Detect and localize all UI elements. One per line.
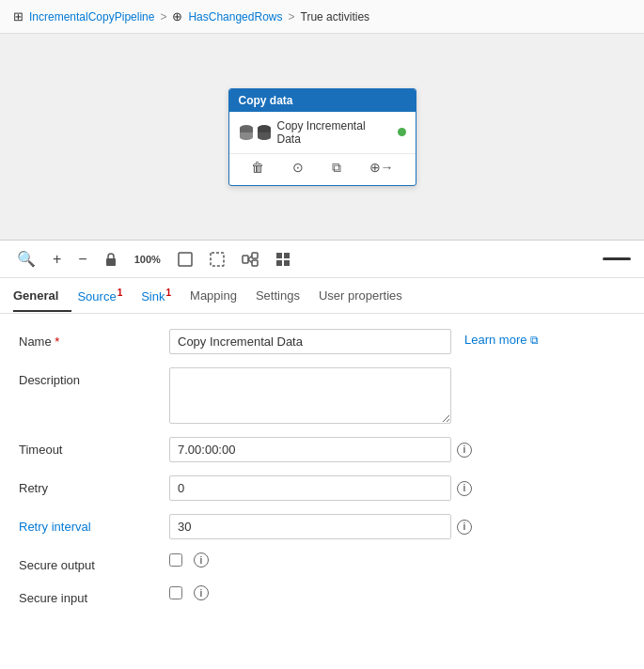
search-button[interactable]: 🔍: [13, 248, 39, 270]
svg-rect-11: [284, 253, 290, 258]
auto-layout-button[interactable]: [238, 250, 262, 269]
secure-output-checkbox[interactable]: [169, 553, 182, 567]
name-label: Name: [19, 329, 169, 349]
retry-row: Retry i: [19, 475, 625, 501]
retry-interval-row: Retry interval i: [19, 514, 625, 539]
description-input[interactable]: [169, 367, 451, 424]
delete-button[interactable]: 🗑: [247, 158, 268, 178]
lock-button[interactable]: [101, 250, 121, 269]
svg-rect-6: [252, 253, 258, 258]
pipeline-canvas[interactable]: Copy data Copy Incremental Data 🗑 ⊙ ⧉: [0, 34, 644, 241]
select-icon: [210, 252, 225, 267]
secure-input-group: i: [169, 585, 209, 600]
fit-window-icon: [178, 252, 193, 267]
status-dot: [398, 128, 406, 136]
learn-more-link[interactable]: Learn more ⧉: [464, 329, 539, 347]
zoom-out-button[interactable]: −: [74, 249, 90, 270]
secure-input-row: Secure input i: [19, 585, 625, 605]
retry-interval-label: Retry interval: [19, 514, 169, 534]
secure-output-info-icon[interactable]: i: [194, 552, 209, 568]
clone-button[interactable]: ⊙: [289, 158, 307, 178]
pipeline-icon: ⊞: [13, 9, 24, 23]
copy-icons: [239, 124, 272, 141]
svg-rect-3: [179, 253, 192, 266]
timeout-info-icon[interactable]: i: [457, 443, 472, 458]
underline-indicator: [603, 257, 631, 260]
breadcrumb-pipeline[interactable]: IncrementalCopyPipeline: [29, 10, 154, 23]
activity-icon: ⊕: [172, 9, 182, 23]
svg-rect-4: [211, 253, 224, 266]
timeout-label: Timeout: [19, 437, 169, 457]
retry-label: Retry: [19, 475, 169, 495]
fit-window-button[interactable]: [174, 250, 196, 269]
tab-user-properties[interactable]: User properties: [319, 279, 416, 312]
tab-mapping[interactable]: Mapping: [190, 279, 250, 312]
svg-rect-12: [276, 260, 282, 266]
secure-output-row: Secure output i: [19, 552, 625, 572]
secure-output-group: i: [169, 552, 209, 568]
secure-output-label: Secure output: [19, 552, 169, 572]
retry-input-group: i: [169, 475, 625, 501]
tab-settings[interactable]: Settings: [256, 279, 313, 312]
name-row: Name Learn more ⧉: [19, 329, 625, 354]
property-tabs: General Source1 Sink1 Mapping Settings U…: [0, 278, 644, 314]
lock-icon: [104, 252, 118, 267]
activity-card-actions: 🗑 ⊙ ⧉ ⊕→: [229, 153, 416, 185]
activity-card-body: Copy Incremental Data: [229, 112, 416, 149]
tab-source[interactable]: Source1: [77, 278, 135, 313]
general-form: Name Learn more ⧉ Description Timeout i …: [0, 314, 644, 633]
breadcrumb: ⊞ IncrementalCopyPipeline > ⊕ HasChanged…: [0, 0, 644, 34]
secure-input-label: Secure input: [19, 585, 169, 605]
tab-general[interactable]: General: [13, 279, 71, 312]
zoom-in-button[interactable]: +: [49, 249, 65, 270]
svg-rect-2: [106, 258, 116, 266]
breadcrumb-sep2: >: [288, 10, 294, 23]
svg-rect-10: [276, 253, 282, 258]
select-button[interactable]: [206, 250, 228, 269]
timeout-input-group: i: [169, 437, 625, 462]
description-label: Description: [19, 367, 169, 387]
zoom-label: 100%: [134, 254, 161, 265]
activity-name: Copy Incremental Data: [277, 119, 392, 146]
dest-db-icon: [257, 124, 272, 141]
activity-card-header: Copy data: [229, 89, 416, 112]
copy-button[interactable]: ⧉: [328, 158, 345, 178]
breadcrumb-activity[interactable]: HasChangedRows: [188, 10, 282, 23]
description-row: Description: [19, 367, 625, 424]
svg-rect-7: [252, 260, 258, 266]
timeout-input[interactable]: [169, 437, 451, 462]
name-input[interactable]: [169, 329, 451, 354]
retry-input[interactable]: [169, 475, 451, 501]
secure-input-info-icon[interactable]: i: [194, 585, 209, 600]
more-button[interactable]: [272, 250, 294, 269]
secure-input-checkbox[interactable]: [169, 586, 182, 599]
auto-layout-icon: [242, 252, 259, 267]
breadcrumb-sep1: >: [160, 10, 166, 23]
svg-rect-13: [284, 260, 290, 266]
external-link-icon: ⧉: [530, 334, 539, 347]
retry-info-icon[interactable]: i: [457, 481, 472, 496]
tab-sink[interactable]: Sink1: [141, 278, 184, 313]
canvas-toolbar: 🔍 + − 100%: [0, 241, 644, 278]
source-db-icon: [239, 124, 254, 141]
breadcrumb-section: True activities: [301, 10, 370, 23]
retry-interval-info-icon[interactable]: i: [457, 520, 472, 535]
zoom-100-button[interactable]: 100%: [131, 252, 165, 267]
grid-icon: [275, 252, 291, 267]
svg-rect-5: [243, 256, 248, 263]
activity-card[interactable]: Copy data Copy Incremental Data 🗑 ⊙ ⧉: [228, 88, 416, 186]
retry-interval-input[interactable]: [169, 514, 451, 539]
retry-interval-input-group: i: [169, 514, 625, 539]
timeout-row: Timeout i: [19, 437, 625, 462]
add-activity-button[interactable]: ⊕→: [366, 158, 398, 178]
